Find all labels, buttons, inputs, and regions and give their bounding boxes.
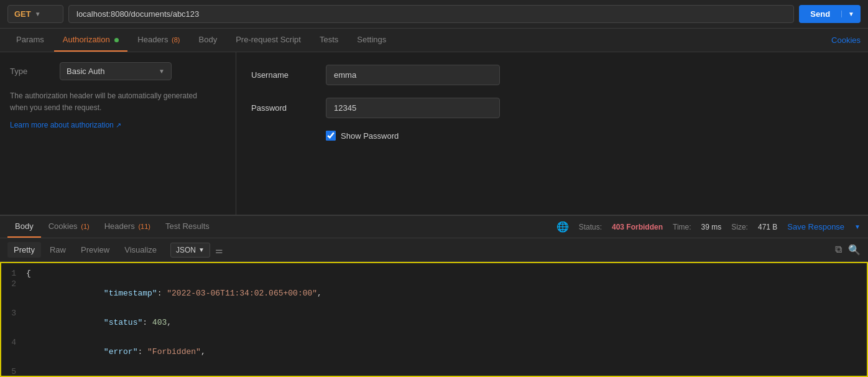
code-line-2: 2 "timestamp": "2022-03-06T11:34:02.065+… bbox=[1, 279, 867, 308]
show-password-row: Show Password bbox=[326, 131, 853, 141]
code-line-4: 4 "error": "Forbidden", bbox=[1, 337, 867, 366]
password-row: Password bbox=[251, 98, 853, 118]
tab-prerequest[interactable]: Pre-request Script bbox=[227, 29, 310, 52]
code-line-5: 5 "message": "", bbox=[1, 366, 867, 377]
type-chevron-icon: ▼ bbox=[159, 68, 165, 75]
format-label: JSON bbox=[176, 246, 196, 254]
response-right-icons: ⧉ 🔍 bbox=[835, 244, 861, 256]
tabs-bar: Params Authorization Headers (8) Body Pr… bbox=[0, 29, 868, 52]
tab-tests[interactable]: Tests bbox=[311, 29, 347, 52]
type-row: Type Basic Auth ▼ bbox=[10, 62, 226, 80]
resp-tab-raw[interactable]: Raw bbox=[44, 242, 72, 258]
time-label: Time: bbox=[673, 223, 691, 231]
authorization-active-dot bbox=[114, 38, 119, 42]
filter-icon[interactable]: ⚌ bbox=[215, 245, 223, 255]
cookies-link[interactable]: Cookies bbox=[831, 35, 861, 45]
bottom-tab-test-results[interactable]: Test Results bbox=[158, 216, 217, 238]
username-input[interactable] bbox=[326, 65, 500, 85]
left-auth-panel: Type Basic Auth ▼ The authorization head… bbox=[0, 52, 236, 215]
search-icon[interactable]: 🔍 bbox=[848, 244, 861, 256]
url-bar: GET ▼ Send ▼ bbox=[0, 0, 868, 29]
method-label: GET bbox=[14, 9, 31, 19]
tab-authorization[interactable]: Authorization bbox=[54, 29, 128, 52]
response-toolbar: Pretty Raw Preview Visualize JSON ▼ ⚌ ⧉ … bbox=[0, 238, 868, 262]
password-label: Password bbox=[251, 103, 326, 113]
bottom-tab-body[interactable]: Body bbox=[7, 216, 41, 238]
tab-headers[interactable]: Headers (8) bbox=[129, 29, 188, 52]
code-line-1: 1 { bbox=[1, 268, 867, 279]
bottom-tab-headers[interactable]: Headers (11) bbox=[97, 216, 158, 238]
save-response-button[interactable]: Save Response bbox=[787, 222, 844, 231]
password-input[interactable] bbox=[326, 98, 500, 118]
tabs-left: Params Authorization Headers (8) Body Pr… bbox=[7, 29, 395, 52]
username-label: Username bbox=[251, 70, 326, 80]
upper-panels: Type Basic Auth ▼ The authorization head… bbox=[0, 52, 868, 215]
resp-tab-visualize[interactable]: Visualize bbox=[118, 242, 163, 258]
status-label: Status: bbox=[579, 223, 602, 231]
code-line-3: 3 "status": 403, bbox=[1, 308, 867, 337]
globe-icon: 🌐 bbox=[556, 221, 569, 233]
type-value: Basic Auth bbox=[67, 67, 104, 76]
type-label: Type bbox=[10, 67, 60, 76]
tab-body[interactable]: Body bbox=[190, 29, 226, 52]
format-chevron-icon: ▼ bbox=[198, 246, 205, 253]
size-label: Size: bbox=[731, 223, 748, 231]
send-label: Send bbox=[799, 9, 841, 19]
send-button[interactable]: Send ▼ bbox=[799, 5, 861, 23]
format-select[interactable]: JSON ▼ bbox=[170, 243, 210, 258]
bottom-tabs-bar: Body Cookies (1) Headers (11) Test Resul… bbox=[0, 216, 868, 238]
status-code: 403 Forbidden bbox=[612, 223, 663, 231]
auth-info-text: The authorization header will be automat… bbox=[10, 90, 226, 114]
method-chevron-icon: ▼ bbox=[35, 11, 41, 17]
bottom-section: Body Cookies (1) Headers (11) Test Resul… bbox=[0, 215, 868, 377]
method-select[interactable]: GET ▼ bbox=[7, 5, 63, 23]
tab-params[interactable]: Params bbox=[7, 29, 53, 52]
response-code-block[interactable]: 1 { 2 "timestamp": "2022-03-06T11:34:02.… bbox=[0, 262, 868, 377]
right-credentials-panel: Username Password Show Password bbox=[236, 52, 868, 215]
main-content: Type Basic Auth ▼ The authorization head… bbox=[0, 52, 868, 377]
save-chevron-icon[interactable]: ▼ bbox=[854, 223, 861, 230]
learn-more-link[interactable]: Learn more about authorization bbox=[10, 121, 121, 129]
type-select[interactable]: Basic Auth ▼ bbox=[60, 62, 172, 80]
show-password-label: Show Password bbox=[341, 131, 399, 141]
time-value: 39 ms bbox=[701, 223, 722, 231]
bottom-tabs-left: Body Cookies (1) Headers (11) Test Resul… bbox=[7, 216, 217, 238]
size-value: 471 B bbox=[758, 223, 777, 231]
tab-settings[interactable]: Settings bbox=[348, 29, 395, 52]
resp-tab-pretty[interactable]: Pretty bbox=[7, 242, 41, 258]
bottom-right-info: 🌐 Status: 403 Forbidden Time: 39 ms Size… bbox=[556, 221, 861, 233]
username-row: Username bbox=[251, 65, 853, 85]
show-password-checkbox[interactable] bbox=[326, 131, 336, 141]
url-input[interactable] bbox=[68, 5, 794, 23]
resp-tab-preview[interactable]: Preview bbox=[75, 242, 116, 258]
copy-icon[interactable]: ⧉ bbox=[835, 244, 842, 256]
bottom-tab-cookies[interactable]: Cookies (1) bbox=[41, 216, 97, 238]
send-chevron-icon[interactable]: ▼ bbox=[841, 11, 861, 17]
